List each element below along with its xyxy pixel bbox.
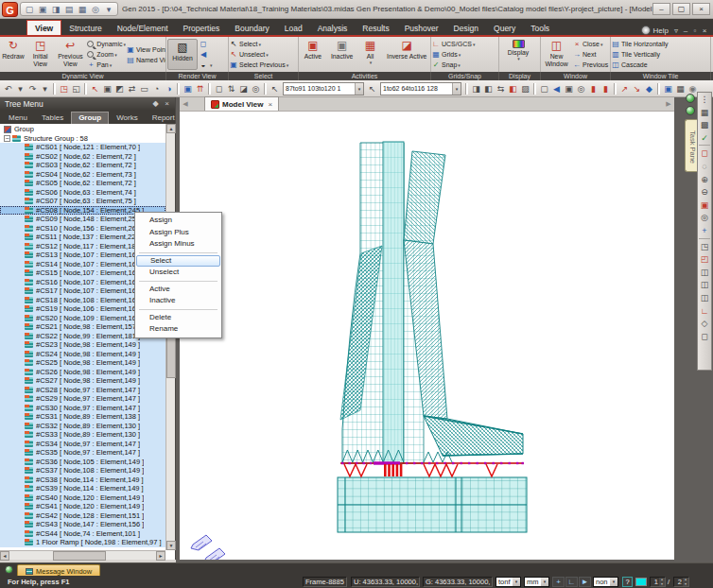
tree-item[interactable]: #CS33 [ Node,89 : Element,130 ] [0,430,165,440]
toolbar-icon[interactable] [264,83,267,95]
zoom-button[interactable]: Zoom▾ [86,49,126,60]
ribbon-tab[interactable]: Node/Element [110,21,176,35]
close-button[interactable]: × [692,3,710,15]
tree-item[interactable]: #CS42 [ Node,128 : Element,151 ] [0,511,165,521]
tab-close-icon[interactable]: × [268,100,272,109]
select-previous-button[interactable]: ▣Select Previous▾ [229,60,297,70]
zoom-toolbar-icon[interactable]: ◰ [698,253,711,267]
zoom-toolbar-icon[interactable]: ◫ [698,279,711,292]
tree-tab[interactable]: Tables [35,112,70,124]
toolbar-icon[interactable]: ⇆ [495,82,507,95]
help-label[interactable]: Help [653,26,669,35]
toolbar-icon[interactable]: ◳ [58,82,70,95]
tree-item[interactable]: #CS30 [ Node,97 : Element,147 ] [0,404,165,413]
force-unit-select[interactable]: tonf ▾ [496,577,521,587]
unselect-button[interactable]: ↖Unselect▾ [229,49,297,60]
tree-item[interactable]: #CS01 [ Node,121 : Element,70 ] [0,143,165,152]
tab-scroll-left-icon[interactable]: ◀ [180,97,191,111]
toolbar-icon[interactable]: ◆ [643,82,655,95]
spin-down-icon[interactable]: ▾ [683,582,688,587]
zoom-toolbar-icon[interactable]: ⊕ [698,174,711,187]
tree-item[interactable]: #CS04 [ Node,62 : Element,73 ] [0,170,165,180]
zoom-toolbar-icon[interactable]: ◎ [698,212,711,225]
model-view-tab[interactable]: Model View × [204,96,279,111]
tree-item[interactable]: #CS24 [ Node,98 : Element,149 ] [0,350,165,359]
ribbon-tab[interactable]: Query [486,21,523,35]
combo-dropdown-icon[interactable]: ▾ [513,578,520,586]
inactive-button[interactable]: ▣ Inactive [327,38,357,71]
context-menu-item[interactable]: Unselect [136,267,220,279]
combo-dropdown-icon[interactable]: ▾ [452,83,461,95]
toolbar-icon[interactable]: ▣ [182,82,194,95]
toolbar-icon[interactable]: ⇄ [126,82,138,95]
toolbar-icon[interactable]: ◱ [70,82,82,95]
zoom-toolbar-icon[interactable]: ⋮ [698,94,711,107]
status-icon[interactable]: + [552,577,565,587]
tree-root-group[interactable]: Group [0,125,165,134]
zoom-toolbar-icon[interactable]: ◫ [698,267,711,280]
scroll-down-icon[interactable]: ▼ [166,541,176,550]
ribbon-tab[interactable]: Properties [176,21,228,35]
ribbon-tab[interactable]: Tools [523,21,557,35]
toolbar-icon[interactable]: ↖ [89,82,101,95]
tile-horizontally-button[interactable]: ▤Tile Horizontally [611,39,709,49]
tree-item[interactable]: #CS34 [ Node,97 : Element,147 ] [0,440,165,449]
context-menu-item[interactable]: Delete [136,312,220,324]
zoom-toolbar-icon[interactable]: ⊖ [698,186,711,199]
element-selection-combo[interactable]: 1to62 64to116 128 ▾ [380,82,461,95]
ribbon-tab[interactable]: Boundary [227,21,276,35]
initial-view-button[interactable]: ◳ Initial View [26,38,55,71]
tree-item[interactable]: #CS23 [ Node,98 : Element,149 ] [0,340,165,350]
context-menu-item[interactable] [136,307,220,312]
toolbar-icon[interactable]: ▨ [519,82,531,95]
pan-button[interactable]: +Pan▾ [86,60,126,70]
toolbar-icon[interactable] [177,83,180,95]
quick-access-icon[interactable]: ▤ [62,5,76,14]
tree-item[interactable]: #CS44 [ Node,74 : Element,101 ] [0,529,165,539]
context-menu-item[interactable]: Rename [136,323,220,336]
toolbar-icon[interactable]: ◧ [482,82,495,95]
tab-scroll-right-icon[interactable]: ▶ [663,97,674,111]
toolbar-icon[interactable]: ◎ [575,82,587,95]
quick-access-icon[interactable]: ▾ [102,5,115,14]
toolbar-icon[interactable]: ◀ [550,82,563,95]
ribbon-tab[interactable]: View [26,20,61,35]
context-menu-item[interactable] [136,279,220,284]
tree-item[interactable]: #CS41 [ Node,120 : Element,149 ] [0,502,165,511]
toolbar-icon[interactable]: ↖ [269,82,281,95]
gear-icon[interactable] [641,26,651,35]
context-menu-item[interactable] [136,251,220,255]
zoom-toolbar-icon[interactable]: + [698,225,711,238]
toolbar-icon[interactable] [465,83,468,95]
zoom-toolbar-icon[interactable]: ◳ [698,241,711,254]
scroll-up-icon[interactable]: ▲ [166,124,176,133]
toolbar-icon[interactable]: ▣ [563,82,575,95]
scrollbar-thumb[interactable] [53,551,106,561]
toolbar-icon[interactable]: ▣ [101,82,113,95]
ribbon-tab[interactable]: Structure [61,21,110,35]
tree-tab[interactable]: Report [146,112,182,124]
ribbon-control-icon[interactable]: ▿ [671,26,681,35]
tree-item[interactable]: #CS40 [ Node,120 : Element,149 ] [0,493,165,503]
toolbar-icon[interactable]: ▮ [600,82,612,95]
toolbar-icon[interactable]: ↖ [366,82,378,95]
toolbar-icon[interactable]: ◑ [163,82,175,95]
toolbar-icon[interactable]: ◻ [213,82,225,95]
combo-dropdown-icon[interactable]: ▾ [541,578,548,586]
zoom-toolbar-icon[interactable]: ◌ [698,161,711,174]
previous-window-button[interactable]: ←Previous [572,60,610,70]
tree-tab[interactable]: Group [71,112,109,124]
status-icon[interactable]: ∟ [565,577,578,587]
quick-access-icon[interactable]: ▣ [36,5,49,14]
total-pages-spinner[interactable]: 2 ▴▾ [673,577,689,587]
node-selection-combo[interactable]: 87to91 103to120 1 ▾ [283,82,364,95]
named-view-button[interactable]: ▤Named View [126,55,165,65]
toolbar-icon[interactable]: ↶ [2,82,14,95]
snap-button[interactable]: ✓Snap▾ [431,60,497,70]
toolbar-icon[interactable]: ◨ [470,82,482,95]
toolbar-icon[interactable]: ▾ [14,82,26,95]
toolbar-icon[interactable]: ◎ [250,82,262,95]
toolbar-icon[interactable]: ▢ [538,82,550,95]
tree-item[interactable]: #CS39 [ Node,114 : Element,149 ] [0,484,165,493]
combo-dropdown-icon[interactable]: ▾ [610,578,617,586]
